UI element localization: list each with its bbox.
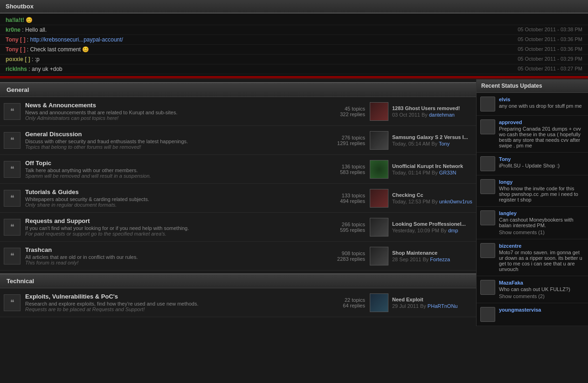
status-text-tony: iProfit.SU - Update Shop :)	[499, 163, 584, 168]
status-username-youngmastervisa[interactable]: youngmastervisa	[499, 307, 584, 313]
forum-last-title-exploits[interactable]: Need Exploit	[392, 297, 457, 302]
forum-icon-exploits: ❝	[4, 294, 21, 311]
sidebar: Recent Status Updates elvis any one with…	[476, 79, 588, 326]
forum-last-exploits: Need Exploit 29 Jul 2011 By PHaRTnONu	[370, 293, 472, 312]
status-username-bizcentre[interactable]: bizcentre	[499, 243, 584, 249]
forum-last-user-tutorials[interactable]: unkn0wnv1rus	[439, 199, 472, 204]
forum-last-user-exploits[interactable]: PHaRTnONu	[428, 303, 458, 309]
forum-section-technical: ❝ Exploits, Vulnerabilities & PoC's Rese…	[0, 288, 476, 317]
forum-row-tutorials: ❝ Tutorials & Guides Whitepapers about s…	[0, 184, 476, 213]
forum-desc-general-italic: Topics that belong to other forums will …	[25, 144, 141, 150]
status-username-approved[interactable]: approved	[499, 119, 584, 125]
forum-desc-trashcan: All articles that are old or in conflict…	[25, 254, 138, 260]
forum-desc-tutorials: Whitepapers about security & carding rel…	[25, 196, 149, 202]
forum-last-title-trashcan[interactable]: Shop Maintenance	[392, 250, 450, 256]
shoutbox-message: Tony [ ] : Check last comment 😊 05 Octob…	[0, 45, 588, 55]
forum-stats-offtopic: 136 topics 583 replies	[318, 164, 365, 175]
forum-desc-offtopic-italic: Spamm will be removed and will result in…	[25, 173, 151, 179]
forum-stats-tutorials: 133 topics 494 replies	[318, 193, 365, 204]
forum-last-offtopic: Unofficial Kurupt Irc Network Today, 01:…	[370, 160, 472, 179]
status-item-longy: longy Who know the invite code for this …	[477, 175, 588, 207]
forum-title-requests[interactable]: Requests and Support	[25, 217, 318, 224]
forum-last-img-general	[370, 131, 388, 150]
forum-desc-requests-italic: For paid requests or support go to the s…	[25, 231, 166, 237]
forum-last-trashcan: Shop Maintenance 28 Sep 2011 By Fortezza	[370, 247, 472, 265]
shoutbox-link[interactable]: http://krebsonsecuri...paypal-account/	[30, 36, 123, 43]
avatar-approved	[480, 119, 495, 134]
forum-title-tutorials[interactable]: Tutorials & Guides	[25, 188, 318, 195]
forum-desc-exploits-italic: Requests are to be placed at Requests an…	[25, 306, 145, 312]
forum-title-news[interactable]: News & Announcements	[25, 102, 318, 109]
status-text-elvis: any one with us drop for stuff pm me	[499, 103, 584, 109]
forum-icon-news: ❝	[4, 103, 21, 120]
status-item-approved: approved Preparing Canada 201 dumps + cv…	[477, 116, 588, 153]
forum-last-title-requests[interactable]: Looking Some Proffessionel...	[392, 221, 466, 227]
show-comments-langley[interactable]: Show comments (1)	[499, 230, 584, 235]
status-username-mazafaka[interactable]: MazaFaka	[499, 280, 584, 286]
status-text-approved: Preparing Canada 201 dumps + cvv wo cash…	[499, 126, 584, 148]
avatar-longy	[480, 179, 495, 194]
shoutbox-message: kr0ne : Hello all. 05 October 2011 - 03:…	[0, 25, 588, 35]
status-username-elvis[interactable]: elvis	[499, 97, 584, 102]
status-username-tony[interactable]: Tony	[499, 156, 584, 162]
status-text-bizcentre: Moto7 or moto saven. im gonna get ur dow…	[499, 250, 584, 272]
forum-title-general[interactable]: General Discussion	[25, 131, 318, 138]
shoutbox-body: ha!la!t! 😊 kr0ne : Hello all. 05 October…	[0, 14, 588, 77]
shoutbox-title: Shoutbox	[0, 0, 588, 14]
forum-last-user-news[interactable]: dantehman	[429, 112, 455, 118]
forum-last-img-offtopic	[370, 160, 388, 179]
show-comments-mazafaka[interactable]: Show comments (2)	[499, 293, 584, 299]
shoutbox-message: ha!la!t! 😊	[0, 15, 588, 25]
shoutbox-message: ricklnhs : any uk +dob 05 October 2011 -…	[0, 64, 588, 74]
forum-title-trashcan[interactable]: Trashcan	[25, 246, 318, 253]
forum-last-user-trashcan[interactable]: Fortezza	[430, 257, 450, 262]
avatar-tony	[480, 156, 495, 171]
shoutbox-panel: Shoutbox ha!la!t! 😊 kr0ne : Hello all. 0…	[0, 0, 588, 79]
forum-last-title-general[interactable]: Samsung Galaxy S 2 Versus I...	[392, 134, 468, 140]
forum-last-img-trashcan	[370, 247, 388, 265]
status-text-langley: Can cashout Moneybookers with balan inte…	[499, 217, 584, 228]
forum-last-title-offtopic[interactable]: Unofficial Kurupt Irc Network	[392, 163, 463, 169]
forum-info-general: General Discussion Discuss with other se…	[25, 131, 318, 150]
forum-info-trashcan: Trashcan All articles that are old or in…	[25, 246, 318, 265]
forum-stats-news: 45 topics 322 replies	[318, 106, 365, 117]
forum-info-exploits: Exploits, Vulnerabilities & PoC's Resear…	[25, 293, 318, 312]
sidebar-header: Recent Status Updates	[477, 79, 588, 93]
shoutbox-message: Tony [ ] : http://krebsonsecuri...paypal…	[0, 35, 588, 45]
forum-title-exploits[interactable]: Exploits, Vulnerabilities & PoC's	[25, 293, 318, 300]
status-username-langley[interactable]: langley	[499, 210, 584, 216]
avatar-bizcentre	[480, 243, 495, 258]
status-item-langley: langley Can cashout Moneybookers with ba…	[477, 207, 588, 239]
avatar-elvis	[480, 97, 495, 111]
forum-row-news: ❝ News & Announcements News and announce…	[0, 97, 476, 126]
forum-stats-exploits: 22 topics 64 replies	[318, 297, 365, 308]
forum-row-exploits: ❝ Exploits, Vulnerabilities & PoC's Rese…	[0, 288, 476, 317]
forum-last-title-news[interactable]: 1283 Ghost Users removed!	[392, 105, 460, 111]
forum-desc-news: News and announcements that are related …	[25, 110, 178, 115]
forum-row-general-discussion: ❝ General Discussion Discuss with other …	[0, 126, 476, 155]
forum-icon-trashcan: ❝	[4, 248, 21, 265]
forum-last-img-exploits	[370, 293, 388, 312]
forum-last-user-general[interactable]: Tony	[439, 141, 450, 146]
forum-row-offtopic: ❝ Off Topic Talk here about anything wit…	[0, 155, 476, 184]
forum-info-requests: Requests and Support If you can't find w…	[25, 217, 318, 237]
shoutbox-message: poxxie [ ] : :p 05 October 2011 - 03:29 …	[0, 55, 588, 64]
forum-desc-general: Discuss with other security and fraud en…	[25, 139, 188, 144]
status-username-longy[interactable]: longy	[499, 179, 584, 185]
forum-desc-tutorials-italic: Only share in regular document formats.	[25, 202, 117, 208]
avatar-youngmastervisa	[480, 307, 495, 322]
forum-area: General ❝ News & Announcements News and …	[0, 79, 476, 326]
forum-icon-general: ❝	[4, 132, 21, 149]
forum-title-offtopic[interactable]: Off Topic	[25, 160, 318, 167]
forum-info-offtopic: Off Topic Talk here about anything with …	[25, 160, 318, 179]
status-text-longy: Who know the invite code for this shop p…	[499, 186, 584, 202]
section-technical: Technical	[0, 273, 476, 288]
forum-desc-exploits: Research and explore exploits, find how …	[25, 301, 198, 306]
forum-last-user-offtopic[interactable]: GR33N	[439, 170, 457, 175]
forum-last-user-requests[interactable]: dmp	[448, 228, 458, 233]
forum-desc-news-italic: Only Administrators can post topics here…	[25, 115, 118, 121]
status-text-mazafaka: Who can cash out UK FULLZ?)	[499, 286, 584, 292]
forum-last-title-tutorials[interactable]: Checking Cc	[392, 192, 472, 198]
section-general: General	[0, 82, 476, 97]
forum-icon-tutorials: ❝	[4, 190, 21, 207]
